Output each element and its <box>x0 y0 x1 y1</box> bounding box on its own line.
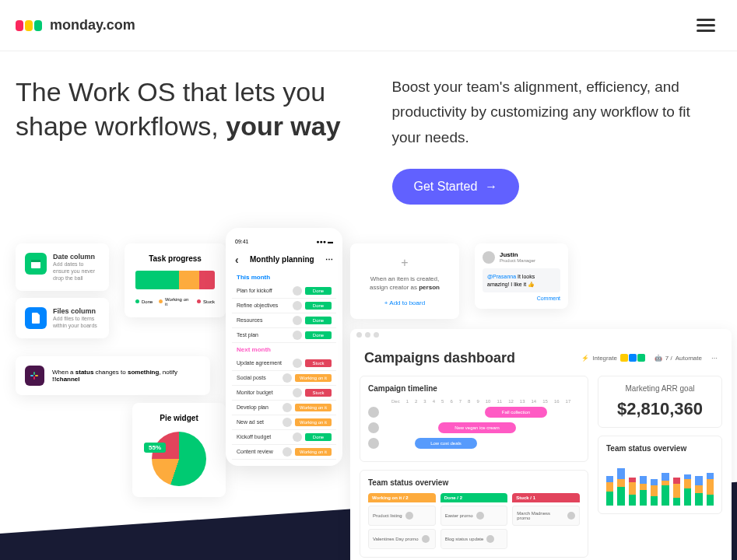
cta-label: Get Started <box>414 180 478 194</box>
pie-widget-card: Pie widget 55% <box>132 403 226 497</box>
phone-title: Monthly planning <box>244 255 321 264</box>
phone-task-row[interactable]: Social postsWorking on it <box>232 371 336 386</box>
bar-stack <box>629 478 636 506</box>
phone-task-row[interactable]: Plan for kickoffDone <box>232 284 336 299</box>
avatar <box>368 407 379 418</box>
files-column-card: Files column Add files to items within y… <box>16 298 109 338</box>
hero-title: The Work OS that lets you shape workflow… <box>16 75 346 143</box>
phone-task-row[interactable]: New ad setWorking on it <box>232 415 336 430</box>
comment-card: Justin Product Manager @Prasanna It look… <box>475 243 568 310</box>
files-card-sub: Add files to items within your boards <box>53 315 100 329</box>
avatar <box>486 535 494 543</box>
bar-stack <box>662 473 669 506</box>
showcase: Date column Add dates to ensure you neve… <box>0 228 737 560</box>
svg-rect-5 <box>33 376 35 380</box>
integrate-link[interactable]: ⚡ Integrate <box>581 354 645 362</box>
window-controls-icon <box>356 332 725 338</box>
date-card-title: Date column <box>53 253 100 261</box>
phone-task-row[interactable]: Content reviewWorking on it <box>232 445 336 460</box>
arr-title: Marketing ARR goal <box>606 384 714 393</box>
bar-stack <box>617 468 624 506</box>
timeline-panel: Campaign timeline Dec1234567891011121314… <box>360 376 588 462</box>
timeline-row: New vegan ice cream <box>368 422 580 433</box>
more-icon[interactable]: ⋯ <box>711 355 718 362</box>
phone-section-1: This month <box>232 271 336 284</box>
svg-rect-2 <box>30 375 33 376</box>
avatar <box>293 388 302 397</box>
progress-legend: DoneWorking on itStuck <box>135 297 215 306</box>
status-item[interactable]: Product listing <box>368 506 436 526</box>
site-header: monday.com <box>0 0 737 51</box>
slack-text: When a status changes to something, noti… <box>52 369 201 383</box>
menu-icon[interactable] <box>690 12 721 38</box>
phone-time: 09:41 <box>235 239 249 244</box>
phone-status-icons: ●●● ▬ <box>316 239 333 244</box>
slack-automation-card: When a status changes to something, noti… <box>16 356 210 395</box>
avatar <box>293 359 302 368</box>
status-overview-panel: Team status overview Working on it / 2Pr… <box>360 470 588 558</box>
calendar-icon <box>25 253 47 275</box>
logo-text: monday.com <box>50 17 135 33</box>
phone-task-row[interactable]: Develop planWorking on it <box>232 401 336 415</box>
stacked-bar-chart <box>606 459 714 506</box>
avatar <box>283 373 292 383</box>
bar-stack <box>640 476 647 506</box>
svg-rect-3 <box>35 375 38 376</box>
status-item[interactable]: Easter promo <box>440 506 508 526</box>
bar-stack <box>651 479 658 506</box>
phone-task-row[interactable]: ResourcesDone <box>232 313 336 328</box>
task-progress-card: Task progress DoneWorking on itStuck <box>125 243 226 317</box>
logo-icon <box>16 20 42 31</box>
phone-task-row[interactable]: Update agreementStuck <box>232 356 336 371</box>
bar-stack <box>606 476 613 506</box>
comment-body: @Prasanna It looks amazing! I like it 👍 <box>483 268 560 293</box>
legend-item: Stuck <box>197 297 215 306</box>
hero-description: Boost your team's alignment, efficiency,… <box>392 75 722 150</box>
avatar <box>567 512 575 520</box>
automate-link[interactable]: 🤖 7 / Automate <box>655 355 702 362</box>
status-item[interactable]: March Madness promo <box>512 506 580 526</box>
phone-task-row[interactable]: Kickoff budgetDone <box>232 430 336 445</box>
bar-stack <box>707 473 714 506</box>
plus-icon[interactable]: + <box>363 256 447 270</box>
hero-section: The Work OS that lets you shape workflow… <box>0 51 737 220</box>
svg-rect-4 <box>33 372 35 375</box>
pie-title: Pie widget <box>143 414 215 422</box>
bar-stack <box>684 474 691 506</box>
add-to-board-link[interactable]: + Add to board <box>363 299 447 306</box>
avatar <box>293 286 302 296</box>
back-icon[interactable]: ‹ <box>235 254 239 266</box>
robot-icon: 🤖 <box>655 355 662 362</box>
date-card-sub: Add dates to ensure you never drop the b… <box>53 261 100 282</box>
hero-title-bold: your way <box>226 111 340 141</box>
progress-title: Task progress <box>135 254 215 263</box>
timeline-row: Fall collection <box>368 407 580 418</box>
avatar <box>476 512 484 520</box>
timeline-title: Campaign timeline <box>368 384 580 393</box>
arrow-right-icon: → <box>485 180 497 194</box>
phone-task-row[interactable]: Refine objectivesDone <box>232 299 336 313</box>
timeline-row: Low cost deals <box>368 438 580 449</box>
file-icon <box>25 307 47 329</box>
svg-rect-1 <box>31 260 40 262</box>
more-icon[interactable]: ⋯ <box>325 255 333 264</box>
get-started-button[interactable]: Get Started → <box>392 169 520 205</box>
status-column: Done / 2Easter promoBlog status update <box>440 493 508 549</box>
status-item[interactable]: Blog status update <box>440 529 508 549</box>
dashboard-card: Campaigns dashboard ⚡ Integrate 🤖 7 / Au… <box>350 329 732 560</box>
automation-text: When an item is created, assign creator … <box>363 275 447 292</box>
phone-task-row[interactable]: Test planDone <box>232 328 336 343</box>
progress-bar <box>135 271 215 289</box>
plug-icon: ⚡ <box>581 355 589 362</box>
phone-task-row[interactable]: Monitor budgetStuck <box>232 386 336 401</box>
avatar <box>283 418 292 427</box>
pie-chart <box>152 432 206 486</box>
comment-link[interactable]: Comment <box>483 296 560 301</box>
avatar <box>293 301 302 310</box>
logo[interactable]: monday.com <box>16 17 135 33</box>
status-item[interactable]: Valentines Day promo <box>368 529 436 549</box>
avatar <box>483 251 495 264</box>
files-card-title: Files column <box>53 307 100 315</box>
avatar <box>283 403 292 412</box>
phone-section-2: Next month <box>232 343 336 356</box>
